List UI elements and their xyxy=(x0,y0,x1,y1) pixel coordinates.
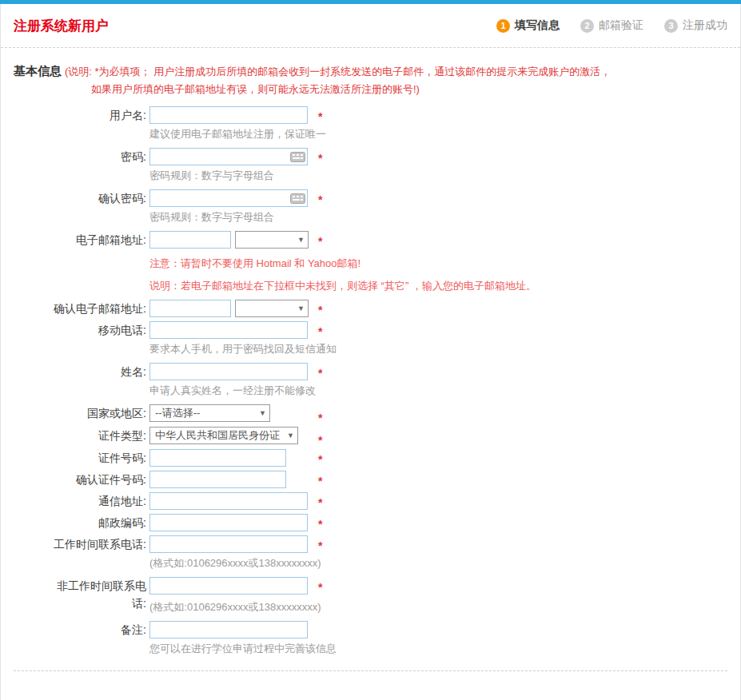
bottom-divider xyxy=(14,670,727,676)
email-note-1: 注意：请暂时不要使用 Hotmail 和 Yahoo邮箱! xyxy=(149,257,727,271)
soft-keyboard-icon[interactable] xyxy=(290,152,305,162)
email-note-2: 说明：若电子邮箱地址在下拉框中未找到，则选择 “其它” ，输入您的电子邮箱地址。 xyxy=(149,279,727,293)
field-row-mobile-phone: 移动电话:* xyxy=(14,321,727,339)
field-row-id-type: 证件类型:中华人民共和国居民身份证▼* xyxy=(14,427,727,444)
field-row-remarks: 备注: xyxy=(14,621,727,638)
progress-steps: 1 填写信息 2 邮箱验证 3 注册成功 xyxy=(496,18,727,33)
step-3-badge: 3 xyxy=(664,19,678,33)
step-3-label: 注册成功 xyxy=(683,18,727,33)
confirm-password-label: 确认密码: xyxy=(47,189,146,207)
required-asterisk: * xyxy=(318,539,322,552)
mailing-address-label: 通信地址: xyxy=(47,492,146,510)
postal-code-label: 邮政编码: xyxy=(47,514,146,531)
step-2-badge: 2 xyxy=(580,19,594,33)
field-row-nonwork-phone: 非工作时间联系电话:* xyxy=(14,577,727,612)
work-phone-hint: (格式如:0106296xxxx或138xxxxxxxx) xyxy=(149,556,727,571)
email-label: 电子邮箱地址: xyxy=(47,231,146,249)
password-hint: 密码规则：数字与字母组合 xyxy=(149,169,727,183)
required-asterisk: * xyxy=(318,367,322,380)
confirm-id-number-input[interactable] xyxy=(149,471,286,488)
step-2-label: 邮箱验证 xyxy=(599,18,643,33)
chevron-down-icon: ▼ xyxy=(259,409,266,417)
remarks-input[interactable] xyxy=(149,621,308,638)
username-input[interactable] xyxy=(149,106,308,124)
chevron-down-icon: ▼ xyxy=(297,304,305,312)
id-number-input[interactable] xyxy=(149,449,286,467)
soft-keyboard-icon[interactable] xyxy=(290,193,305,204)
page-title: 注册系统新用户 xyxy=(14,17,109,35)
full-name-label: 姓名: xyxy=(47,363,146,380)
field-row-confirm-email: 确认电子邮箱地址:▼* xyxy=(14,300,727,317)
email-select[interactable]: ▼ xyxy=(235,231,309,249)
step-1-badge: 1 xyxy=(496,19,510,33)
section-title: 基本信息 xyxy=(14,64,62,78)
field-row-mailing-address: 通信地址:* xyxy=(14,492,727,510)
required-asterisk: * xyxy=(318,412,322,424)
mobile-phone-input[interactable] xyxy=(149,321,308,339)
required-asterisk: * xyxy=(318,434,322,447)
required-asterisk: * xyxy=(318,110,322,123)
password-label: 密码: xyxy=(47,148,146,165)
field-row-username: 用户名:* xyxy=(14,106,727,124)
nonwork-phone-label: 非工作时间联系电话: xyxy=(47,577,146,612)
id-type-select[interactable]: 中华人民共和国居民身份证▼ xyxy=(149,427,298,444)
confirm-id-number-label: 确认证件号码: xyxy=(47,471,146,488)
email-input[interactable] xyxy=(149,231,231,249)
username-label: 用户名: xyxy=(47,106,146,124)
id-number-label: 证件号码: xyxy=(47,449,146,467)
username-hint: 建议使用电子邮箱地址注册，保证唯一 xyxy=(149,127,727,141)
confirm-password-hint: 密码规则：数字与字母组合 xyxy=(149,210,727,225)
required-asterisk: * xyxy=(318,193,322,206)
country-region-select[interactable]: --请选择--▼ xyxy=(149,404,270,422)
confirm-password-input[interactable] xyxy=(149,189,308,207)
field-row-email: 电子邮箱地址:▼* xyxy=(14,231,727,249)
mobile-phone-label: 移动电话: xyxy=(47,321,146,339)
step-email-verify: 2 邮箱验证 xyxy=(580,18,643,33)
remarks-hint: 您可以在进行学位申请过程中完善该信息 xyxy=(149,642,727,656)
required-asterisk: * xyxy=(318,325,322,338)
registration-page: 注册系统新用户 1 填写信息 2 邮箱验证 3 注册成功 基本信息(说明: *为… xyxy=(0,0,741,700)
required-asterisk: * xyxy=(318,475,322,487)
page-header: 注册系统新用户 1 填写信息 2 邮箱验证 3 注册成功 xyxy=(1,4,740,48)
required-asterisk: * xyxy=(318,518,322,531)
confirm-email-input[interactable] xyxy=(149,300,231,317)
chevron-down-icon: ▼ xyxy=(297,236,305,244)
page-content: 基本信息(说明: *为必填项； 用户注册成功后所填的邮箱会收到一封系统发送的电子… xyxy=(1,48,740,676)
step-1-label: 填写信息 xyxy=(515,18,560,33)
field-row-id-number: 证件号码:* xyxy=(14,449,727,467)
step-fill-info: 1 填写信息 xyxy=(496,18,560,33)
required-asterisk: * xyxy=(318,152,322,165)
country-region-select-value: --请选择-- xyxy=(155,406,200,420)
field-row-postal-code: 邮政编码:* xyxy=(14,514,727,531)
mobile-phone-hint: 要求本人手机，用于密码找回及短信通知 xyxy=(149,342,727,356)
remarks-label: 备注: xyxy=(47,621,146,638)
required-asterisk: * xyxy=(318,453,322,466)
required-asterisk: * xyxy=(318,304,322,316)
field-row-full-name: 姓名:* xyxy=(14,363,727,380)
required-asterisk: * xyxy=(318,581,322,594)
registration-form: 用户名:*建议使用电子邮箱地址注册，保证唯一密码:*密码规则：数字与字母组合确认… xyxy=(14,106,727,656)
postal-code-input[interactable] xyxy=(149,514,308,531)
work-phone-label: 工作时间联系电话: xyxy=(47,535,146,553)
field-row-confirm-password: 确认密码:* xyxy=(14,189,727,207)
confirm-email-select[interactable]: ▼ xyxy=(235,300,309,317)
work-phone-input[interactable] xyxy=(149,535,308,553)
required-asterisk: * xyxy=(318,235,322,248)
section-note-line1: (说明: *为必填项； 用户注册成功后所填的邮箱会收到一封系统发送的电子邮件，通… xyxy=(65,66,611,78)
full-name-hint: 申请人真实姓名，一经注册不能修改 xyxy=(149,384,727,398)
section-note-line2: 如果用户所填的电子邮箱地址有误，则可能永远无法激活所注册的账号!) xyxy=(91,81,727,98)
country-region-label: 国家或地区: xyxy=(47,404,146,422)
nonwork-phone-input[interactable] xyxy=(149,577,308,595)
field-row-country-region: 国家或地区:--请选择--▼* xyxy=(14,404,727,422)
confirm-email-label: 确认电子邮箱地址: xyxy=(47,300,146,317)
id-type-label: 证件类型: xyxy=(47,427,146,444)
step-register-success: 3 注册成功 xyxy=(664,18,727,33)
required-asterisk: * xyxy=(318,496,322,509)
chevron-down-icon: ▼ xyxy=(287,432,294,439)
field-row-password: 密码:* xyxy=(14,148,727,165)
password-input[interactable] xyxy=(149,148,308,165)
field-row-confirm-id-number: 确认证件号码:* xyxy=(14,471,727,488)
full-name-input[interactable] xyxy=(149,363,308,380)
id-type-select-value: 中华人民共和国居民身份证 xyxy=(155,428,280,443)
mailing-address-input[interactable] xyxy=(149,492,308,510)
